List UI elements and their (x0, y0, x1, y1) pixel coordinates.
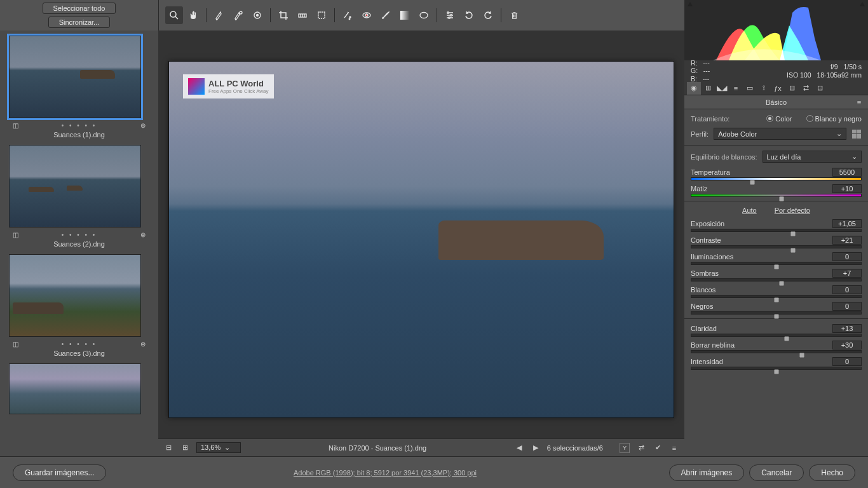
gradient-tool-icon[interactable] (396, 6, 414, 24)
white-balance-tool-icon[interactable] (210, 6, 228, 24)
main-preview[interactable]: ALL PC WorldFree Apps One Click Away (168, 61, 674, 418)
zoom-level-select[interactable]: 13,6% ⌄ (196, 442, 241, 453)
adjustments-panel: ◉ ⊞ ◣◢ ≡ ▭ ⟟ ƒx ⊟ ⇄ ⊡ Básico ≡ Tratamien… (684, 81, 868, 456)
svg-point-2 (240, 11, 242, 14)
thumbnail-label: Suances (1).dng (9, 131, 149, 139)
more-icon[interactable]: ≡ (669, 443, 679, 453)
hand-tool-icon[interactable] (184, 6, 202, 24)
tab-lens-icon[interactable]: ⟟ (757, 82, 771, 95)
whites-slider[interactable] (691, 295, 862, 298)
highlights-slider[interactable] (691, 262, 862, 265)
shadows-value[interactable] (832, 269, 862, 278)
thumbnail-3[interactable]: ◫• • • • •⊜ Suances (3).dng (9, 254, 149, 357)
contrast-label: Contraste (691, 236, 721, 244)
tab-split-icon[interactable]: ▭ (743, 82, 757, 95)
select-all-button[interactable]: Seleccionar todo (43, 3, 116, 14)
histogram[interactable] (684, 0, 868, 60)
info-readout: R: --- G: --- B: --- f/9 1/50 s ISO 100 … (684, 60, 868, 81)
highlights-value[interactable] (832, 252, 862, 261)
tab-presets-icon[interactable]: ⇄ (799, 82, 813, 95)
preferences-icon[interactable] (441, 6, 459, 24)
brush-tool-icon[interactable] (377, 6, 395, 24)
transform-tool-icon[interactable] (313, 6, 330, 24)
blacks-label: Negros (691, 302, 713, 310)
tab-curve-icon[interactable]: ⊞ (701, 82, 715, 95)
svg-rect-6 (318, 12, 325, 18)
color-sampler-tool-icon[interactable] (229, 6, 247, 24)
default-link[interactable]: Por defecto (775, 207, 810, 214)
clarity-value[interactable] (832, 324, 862, 333)
thumbnail-1[interactable]: ◫• • • • •⊜ Suances (1).dng (9, 36, 149, 139)
vibrance-slider[interactable] (691, 367, 862, 370)
thumbnail-2[interactable]: ◫• • • • •⊜ Suances (2).dng (9, 145, 149, 248)
sync-button[interactable]: Sincronizar... (48, 17, 111, 28)
open-images-button[interactable]: Abrir imágenes (669, 464, 745, 481)
exposure-value[interactable] (832, 219, 862, 228)
dehaze-label: Borrar neblina (691, 341, 735, 349)
done-button[interactable]: Hecho (809, 464, 855, 481)
checkmark-icon[interactable]: ✔ (653, 443, 663, 453)
straighten-tool-icon[interactable] (294, 6, 311, 24)
contrast-value[interactable] (832, 236, 862, 245)
auto-link[interactable]: Auto (742, 207, 757, 214)
tint-slider[interactable] (691, 194, 862, 197)
target-adjustment-tool-icon[interactable] (248, 6, 266, 24)
dehaze-slider[interactable] (691, 350, 862, 353)
zoom-in-icon[interactable]: ⊞ (180, 443, 190, 453)
shadow-clip-warning-icon[interactable] (687, 1, 693, 8)
shadows-label: Sombras (691, 269, 719, 277)
prev-image-icon[interactable]: ◀ (514, 443, 524, 453)
treatment-label: Tratamiento: (691, 115, 729, 123)
zoom-tool-icon[interactable] (165, 6, 183, 24)
crop-indicator-icon: ◫ (10, 229, 20, 240)
zoom-out-icon[interactable]: ⊟ (163, 443, 173, 453)
radial-filter-tool-icon[interactable] (415, 6, 433, 24)
crop-tool-icon[interactable] (275, 6, 292, 24)
treatment-bw-radio[interactable]: Blanco y negro (806, 114, 862, 123)
exposure-label: Exposición (691, 220, 724, 227)
delete-icon[interactable] (505, 6, 523, 24)
highlight-toggle-icon[interactable]: Y (620, 443, 630, 453)
whites-value[interactable] (832, 285, 862, 294)
contrast-slider[interactable] (691, 245, 862, 248)
wb-select[interactable]: Luz del día⌄ (763, 151, 862, 163)
tab-calibration-icon[interactable]: ⊟ (785, 82, 799, 95)
panel-menu-icon[interactable]: ≡ (854, 97, 864, 107)
temp-slider[interactable] (691, 177, 862, 180)
tab-detail-icon[interactable]: ◣◢ (715, 82, 729, 95)
tab-hsl-icon[interactable]: ≡ (729, 82, 743, 95)
swap-icon[interactable]: ⇄ (636, 443, 646, 453)
footer-bar: Guardar imágenes... Adobe RGB (1998); bi… (0, 456, 868, 488)
vibrance-value[interactable] (832, 357, 862, 366)
save-images-button[interactable]: Guardar imágenes... (13, 464, 106, 481)
shadows-slider[interactable] (691, 278, 862, 281)
tab-fx-icon[interactable]: ƒx (771, 82, 785, 95)
filmstrip[interactable]: ◫• • • • •⊜ Suances (1).dng ◫• • • • •⊜ … (0, 30, 158, 456)
profile-browser-icon[interactable] (851, 129, 862, 139)
histogram-panel: R: --- G: --- B: --- f/9 1/50 s ISO 100 … (684, 0, 868, 81)
rotate-ccw-icon[interactable] (460, 6, 478, 24)
dehaze-value[interactable] (832, 341, 862, 349)
svg-point-17 (451, 15, 452, 17)
image-info[interactable]: Adobe RGB (1998); bit 8; 5912 por 3941 (… (294, 469, 477, 477)
rotate-cw-icon[interactable] (479, 6, 497, 24)
profile-label: Perfil: (691, 130, 709, 138)
tab-snapshots-icon[interactable]: ⊡ (813, 82, 827, 95)
next-image-icon[interactable]: ▶ (531, 443, 541, 453)
camera-filename: Nikon D7200 - Suances (1).dng (329, 444, 426, 452)
treatment-color-radio[interactable]: Color (766, 114, 792, 123)
thumbnail-4[interactable] (9, 363, 149, 414)
cancel-button[interactable]: Cancelar (749, 464, 804, 481)
temp-value[interactable] (832, 168, 862, 177)
blacks-value[interactable] (832, 302, 862, 311)
red-eye-tool-icon[interactable] (358, 6, 376, 24)
highlight-clip-warning-icon[interactable] (859, 1, 865, 8)
tab-basic-icon[interactable]: ◉ (687, 82, 701, 95)
spot-removal-tool-icon[interactable] (339, 6, 356, 24)
clarity-slider[interactable] (691, 334, 862, 337)
tint-value[interactable] (832, 184, 862, 193)
blacks-slider[interactable] (691, 311, 862, 315)
exposure-slider[interactable] (691, 229, 862, 232)
crop-indicator-icon: ◫ (10, 339, 20, 349)
profile-select[interactable]: Adobe Color⌄ (714, 128, 846, 140)
